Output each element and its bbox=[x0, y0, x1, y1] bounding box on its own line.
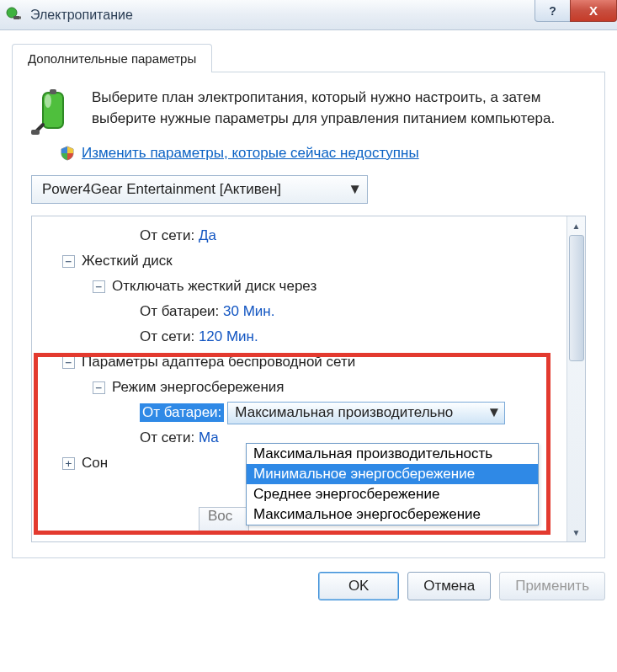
tree-row-battery-mode[interactable]: От батареи: Максимальная производительно… bbox=[39, 400, 578, 425]
intro-text: Выберите план электропитания, который ну… bbox=[92, 88, 586, 138]
scrollbar-thumb[interactable] bbox=[569, 235, 584, 361]
window-title: Электропитание bbox=[30, 8, 133, 23]
mode-dropdown-list[interactable]: Максимальная производительность Минималь… bbox=[246, 443, 539, 525]
vertical-scrollbar[interactable]: ▲ ▼ bbox=[566, 216, 585, 541]
chevron-down-icon: ▼ bbox=[348, 181, 362, 198]
svg-point-6 bbox=[45, 94, 51, 108]
tab-panel: Выберите план электропитания, который ну… bbox=[12, 72, 605, 558]
tree-row-wireless[interactable]: − Параметры адаптера беспроводной сети bbox=[39, 349, 578, 375]
chevron-down-icon: ▼ bbox=[487, 404, 502, 421]
tree-row[interactable]: От сети: 120 Мин. bbox=[39, 324, 578, 349]
tree-row-hdd[interactable]: − Жесткий диск bbox=[39, 248, 578, 274]
dropdown-option[interactable]: Минимальное энергосбережение bbox=[247, 464, 538, 484]
dropdown-option[interactable]: Среднее энергосбережение bbox=[247, 484, 538, 504]
tab-advanced-settings[interactable]: Дополнительные параметры bbox=[12, 44, 212, 72]
battery-icon bbox=[31, 88, 78, 138]
tree-row-hdd-off[interactable]: − Отключать жесткий диск через bbox=[39, 274, 578, 299]
tree-row-power-mode[interactable]: − Режим энергосбережения bbox=[39, 375, 578, 400]
help-button[interactable]: ? bbox=[535, 0, 570, 22]
scroll-up-icon[interactable]: ▲ bbox=[567, 216, 585, 235]
uac-shield-icon bbox=[60, 146, 75, 161]
svg-rect-3 bbox=[19, 18, 21, 19]
collapse-icon[interactable]: − bbox=[93, 381, 105, 394]
expand-icon[interactable]: + bbox=[62, 457, 75, 470]
close-button[interactable]: X bbox=[570, 0, 617, 22]
dropdown-option[interactable]: Максимальная производительность bbox=[247, 444, 538, 464]
power-plan-value: Power4Gear Entertainment [Активен] bbox=[42, 181, 281, 198]
scroll-down-icon[interactable]: ▼ bbox=[567, 523, 585, 541]
svg-rect-5 bbox=[50, 89, 56, 94]
svg-rect-7 bbox=[31, 130, 40, 135]
power-plug-icon bbox=[5, 6, 24, 24]
titlebar: Электропитание ? X bbox=[0, 0, 617, 30]
dialog-buttons: OK Отмена Применить bbox=[12, 572, 605, 600]
apply-button[interactable]: Применить bbox=[499, 572, 605, 600]
ok-button[interactable]: OK bbox=[318, 572, 399, 600]
tree-row[interactable]: От сети: Да bbox=[39, 223, 578, 248]
settings-tree: От сети: Да − Жесткий диск − Отключать ж… bbox=[31, 216, 586, 542]
restore-defaults-button[interactable]: Вос bbox=[199, 507, 249, 534]
collapse-icon[interactable]: − bbox=[62, 356, 75, 369]
collapse-icon[interactable]: − bbox=[93, 280, 105, 293]
dropdown-option[interactable]: Максимальное энергосбережение bbox=[247, 504, 538, 525]
collapse-icon[interactable]: − bbox=[62, 255, 75, 268]
cancel-button[interactable]: Отмена bbox=[407, 572, 491, 600]
battery-mode-dropdown[interactable]: Максимальная производительно ▼ bbox=[227, 402, 505, 424]
power-plan-dropdown[interactable]: Power4Gear Entertainment [Активен] ▼ bbox=[31, 175, 368, 204]
uac-link[interactable]: Изменить параметры, которые сейчас недос… bbox=[82, 145, 419, 162]
tree-row[interactable]: От батареи: 30 Мин. bbox=[39, 299, 578, 324]
svg-rect-2 bbox=[19, 16, 21, 17]
